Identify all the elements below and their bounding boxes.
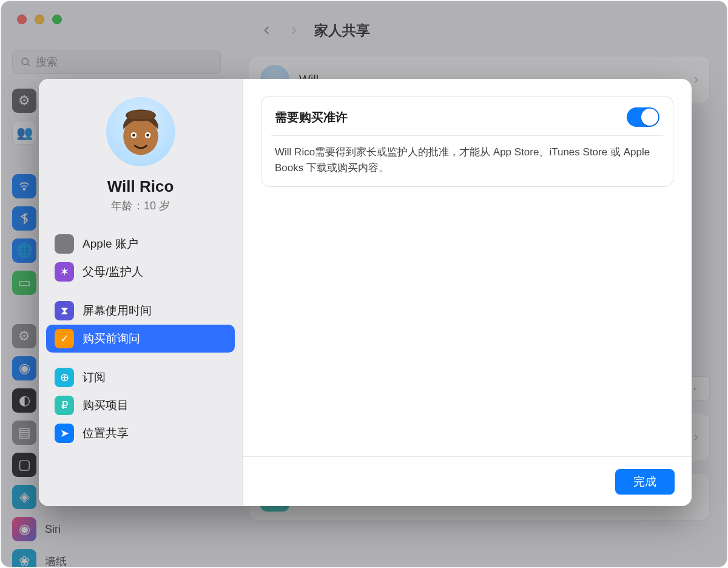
- done-button[interactable]: 完成: [615, 469, 675, 495]
- hourglass-icon: ⧗: [55, 301, 74, 320]
- subscriptions-icon: ⊕: [55, 368, 74, 387]
- avatar: [106, 97, 175, 166]
- member-detail-sheet: Will Rico 年龄：10 岁 Apple 账户 ✶ 父母/监护人 ⧗: [39, 79, 692, 506]
- sidebar-item-ask-to-buy[interactable]: ✓ 购买前询问: [46, 325, 235, 353]
- purchases-icon: ₽: [55, 396, 74, 415]
- svg-rect-5: [127, 110, 153, 118]
- sidebar-item-guardian[interactable]: ✶ 父母/监护人: [46, 258, 235, 286]
- sheet-footer: 完成: [243, 456, 692, 506]
- setting-description: Will Rico需要得到家长或监护人的批准，才能从 App Store、iTu…: [275, 144, 659, 175]
- sidebar-item-screentime[interactable]: ⧗ 屏幕使用时间: [46, 297, 235, 325]
- svg-point-7: [132, 134, 135, 137]
- ask-icon: ✓: [55, 329, 74, 348]
- ask-to-buy-card: 需要购买准许 Will Rico需要得到家长或监护人的批准，才能从 App St…: [261, 96, 673, 187]
- person-age: 年龄：10 岁: [46, 198, 235, 213]
- sidebar-item-location[interactable]: ➤ 位置共享: [46, 419, 235, 447]
- system-settings-window: 搜索 ⚙︎ 👥 🌐 ▭ ⚙︎ ◉ ◐ ▤ ▢ ◈屏幕保护程序 ◉Siri ❀墙纸: [1, 1, 727, 567]
- setting-title: 需要购买准许: [275, 109, 348, 126]
- person-name: Will Rico: [46, 177, 235, 196]
- sheet-main: 需要购买准许 Will Rico需要得到家长或监护人的批准，才能从 App St…: [243, 79, 692, 506]
- guardian-icon: ✶: [55, 262, 74, 282]
- memoji-icon: [112, 103, 170, 161]
- svg-point-9: [146, 134, 149, 137]
- sidebar-item-apple-account[interactable]: Apple 账户: [46, 230, 235, 258]
- sheet-sidebar: Will Rico 年龄：10 岁 Apple 账户 ✶ 父母/监护人 ⧗: [39, 79, 243, 506]
- divider: [271, 135, 663, 136]
- apple-icon: [55, 234, 74, 254]
- sidebar-item-purchases[interactable]: ₽ 购买项目: [46, 391, 235, 419]
- ask-to-buy-toggle[interactable]: [627, 107, 659, 127]
- location-icon: ➤: [55, 424, 74, 443]
- sidebar-item-subscriptions[interactable]: ⊕ 订阅: [46, 363, 235, 391]
